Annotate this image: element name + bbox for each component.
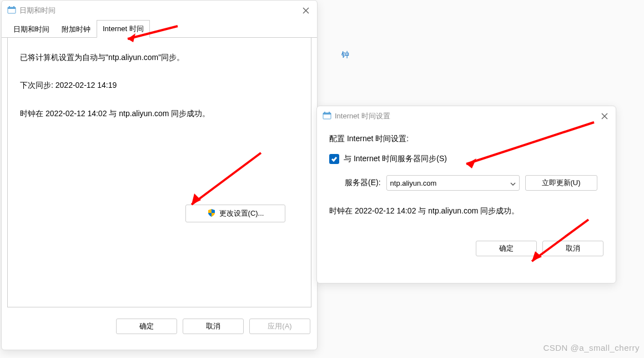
sync-checkbox-label: 与 Internet 时间服务器同步(S): [344, 154, 447, 164]
cancel-button[interactable]: 取消: [542, 241, 603, 256]
dialog-title: 日期和时间: [19, 6, 300, 16]
calendar-icon: [323, 111, 331, 122]
dialog-title: Internet 时间设置: [335, 111, 599, 121]
sync-checkbox-row: 与 Internet 时间服务器同步(S): [329, 154, 603, 164]
svg-rect-3: [13, 6, 14, 8]
check-icon: [331, 156, 338, 162]
tab-additional-clocks[interactable]: 附加时钟: [56, 21, 97, 38]
calendar-icon: [7, 6, 16, 16]
dialog-button-row: 确定 取消 应用(A): [2, 313, 317, 340]
change-settings-button[interactable]: 更改设置(C)...: [185, 205, 285, 222]
titlebar: 日期和时间: [2, 1, 317, 19]
close-button[interactable]: [599, 111, 610, 122]
config-label: 配置 Internet 时间设置:: [329, 134, 603, 144]
watermark-text: CSDN @a_small_cherry: [543, 343, 640, 352]
tab-date-and-time[interactable]: 日期和时间: [7, 21, 56, 38]
next-sync-text: 下次同步: 2022-02-12 14:19: [20, 79, 299, 91]
tab-content-internet-time: 已将计算机设置为自动与"ntp.aliyun.com"同步。 下次同步: 202…: [7, 38, 311, 307]
server-label: 服务器(E):: [345, 178, 381, 188]
tab-bar: 日期和时间 附加时钟 Internet 时间: [2, 19, 317, 38]
sync-status-text: 已将计算机设置为自动与"ntp.aliyun.com"同步。: [20, 51, 299, 63]
apply-button[interactable]: 应用(A): [249, 319, 310, 334]
chevron-down-icon: [510, 179, 516, 187]
svg-rect-2: [9, 6, 10, 8]
titlebar: Internet 时间设置: [317, 106, 616, 125]
dialog-button-row: 确定 取消: [317, 235, 616, 262]
ok-button[interactable]: 确定: [116, 319, 177, 334]
last-sync-text: 时钟在 2022-02-12 14:02 与 ntp.aliyun.com 同步…: [329, 206, 603, 216]
server-value: ntp.aliyun.com: [390, 179, 437, 187]
change-settings-label: 更改设置(C)...: [219, 208, 264, 218]
date-time-dialog: 日期和时间 日期和时间 附加时钟 Internet 时间 已将计算机设置为自动与…: [1, 0, 318, 350]
cancel-button[interactable]: 取消: [183, 319, 244, 334]
tab-internet-time[interactable]: Internet 时间: [97, 20, 150, 38]
bg-clock-link[interactable]: 钟: [341, 50, 349, 60]
close-icon: [601, 113, 608, 120]
svg-rect-9: [329, 112, 330, 113]
dialog-body: 配置 Internet 时间设置: 与 Internet 时间服务器同步(S) …: [317, 125, 616, 235]
server-combobox[interactable]: ntp.aliyun.com: [386, 175, 520, 191]
server-row: 服务器(E): ntp.aliyun.com 立即更新(U): [345, 175, 603, 191]
close-icon: [303, 7, 309, 14]
sync-checkbox[interactable]: [329, 154, 339, 164]
update-now-button[interactable]: 立即更新(U): [525, 175, 597, 191]
svg-rect-8: [324, 112, 325, 113]
last-sync-text: 时钟在 2022-02-12 14:02 与 ntp.aliyun.com 同步…: [20, 107, 299, 120]
shield-icon: [207, 208, 216, 219]
ok-button[interactable]: 确定: [476, 241, 537, 256]
close-button[interactable]: [300, 5, 311, 16]
internet-time-settings-dialog: Internet 时间设置 配置 Internet 时间设置: 与 Intern…: [316, 106, 616, 284]
